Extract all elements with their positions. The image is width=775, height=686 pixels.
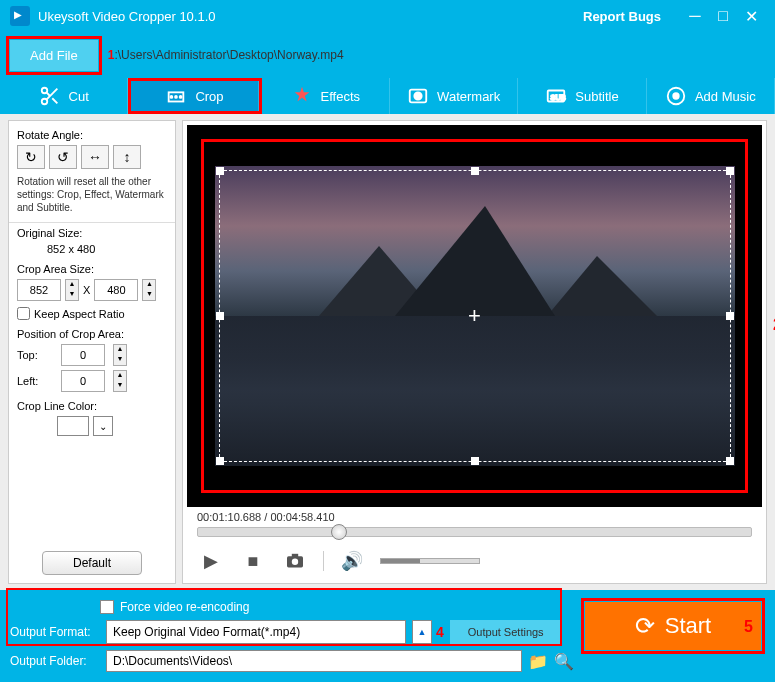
left-label: Left:: [17, 375, 53, 387]
force-reencode-checkbox[interactable]: [100, 600, 114, 614]
output-format-label: Output Format:: [10, 625, 100, 639]
crop-handle-ml[interactable]: [216, 312, 224, 320]
play-button[interactable]: ▶: [197, 547, 225, 575]
tab-bar: Cut Crop Effects Watermark SUB Subtitle …: [0, 78, 775, 114]
titlebar: Ukeysoft Video Cropper 10.1.0 Report Bug…: [0, 0, 775, 32]
crop-left-input[interactable]: [61, 370, 105, 392]
crop-height-spinner[interactable]: ▲▼: [142, 279, 156, 301]
top-label: Top:: [17, 349, 53, 361]
add-file-button[interactable]: Add File: [10, 40, 98, 71]
crop-center-icon: +: [468, 303, 481, 329]
main-area: Rotate Angle: ↻ ↺ ↔ ↕ Rotation will rese…: [0, 114, 775, 590]
flip-vertical-button[interactable]: ↕: [113, 145, 141, 169]
report-bugs-link[interactable]: Report Bugs: [583, 9, 661, 24]
crop-top-input[interactable]: [61, 344, 105, 366]
watermark-icon: [407, 85, 429, 107]
crop-left-spinner[interactable]: ▲▼: [113, 370, 127, 392]
scissors-icon: [39, 85, 61, 107]
crop-handle-bl[interactable]: [216, 457, 224, 465]
browse-folder-icon[interactable]: 📁: [528, 652, 548, 671]
timecode: 00:01:10.688 / 00:04:58.410: [187, 507, 762, 527]
keep-aspect-checkbox[interactable]: [17, 307, 30, 320]
effects-icon: [291, 85, 313, 107]
volume-icon[interactable]: 🔊: [338, 547, 366, 575]
seek-slider[interactable]: [197, 527, 752, 537]
preview-panel: + 2 00:01:10.688 / 00:04:58.410 ▶ ■ 🔊: [182, 120, 767, 584]
output-format-dropdown[interactable]: ▲: [412, 620, 432, 644]
crop-line-color-dropdown[interactable]: ⌄: [93, 416, 113, 436]
crop-handle-bm[interactable]: [471, 457, 479, 465]
crop-handle-mr[interactable]: [726, 312, 734, 320]
svg-text:SUB: SUB: [551, 93, 566, 102]
maximize-button[interactable]: □: [709, 7, 737, 25]
volume-slider[interactable]: [380, 558, 480, 564]
original-size-value: 852 x 480: [17, 243, 167, 255]
svg-point-13: [673, 93, 679, 99]
crop-area-size-label: Crop Area Size:: [17, 263, 167, 275]
tab-crop[interactable]: Crop: [131, 81, 258, 111]
snapshot-button[interactable]: [281, 547, 309, 575]
output-format-input[interactable]: [106, 620, 406, 644]
crop-position-label: Position of Crop Area:: [17, 328, 167, 340]
stop-button[interactable]: ■: [239, 547, 267, 575]
crop-top-spinner[interactable]: ▲▼: [113, 344, 127, 366]
output-settings-button[interactable]: Output Settings: [450, 620, 562, 644]
svg-point-8: [180, 96, 182, 98]
crop-line-color-label: Crop Line Color:: [17, 400, 167, 412]
svg-point-0: [41, 88, 47, 94]
svg-line-4: [46, 92, 50, 96]
music-icon: [665, 85, 687, 107]
svg-line-3: [52, 98, 57, 103]
svg-point-7: [175, 96, 177, 98]
crop-width-spinner[interactable]: ▲▼: [65, 279, 79, 301]
close-button[interactable]: ✕: [737, 7, 765, 26]
tab-effects[interactable]: Effects: [262, 78, 390, 114]
rotate-note: Rotation will reset all the other settin…: [17, 175, 167, 214]
crop-icon: [165, 85, 187, 107]
video-preview[interactable]: + 2: [187, 125, 762, 507]
start-button[interactable]: ⟳ Start: [585, 602, 761, 650]
force-reencode-label: Force video re-encoding: [120, 600, 249, 614]
subtitle-icon: SUB: [545, 85, 567, 107]
tab-cut[interactable]: Cut: [0, 78, 128, 114]
svg-point-1: [41, 99, 47, 105]
tab-subtitle[interactable]: SUB Subtitle: [518, 78, 646, 114]
svg-point-15: [292, 559, 298, 565]
default-button[interactable]: Default: [42, 551, 142, 575]
crop-width-input[interactable]: [17, 279, 61, 301]
seek-thumb[interactable]: [331, 524, 347, 540]
keep-aspect-label: Keep Aspect Ratio: [34, 308, 125, 320]
app-title: Ukeysoft Video Cropper 10.1.0: [38, 9, 583, 24]
crop-rectangle[interactable]: +: [219, 170, 731, 462]
svg-point-6: [171, 96, 173, 98]
annotation-marker-4: 4: [436, 624, 444, 640]
minimize-button[interactable]: ─: [681, 7, 709, 25]
rotate-cw-button[interactable]: ↻: [17, 145, 45, 169]
refresh-icon: ⟳: [635, 612, 655, 640]
file-bar: Add File 1:\Users\Administrator\Desktop\…: [0, 32, 775, 78]
output-folder-input[interactable]: [106, 650, 522, 672]
crop-handle-br[interactable]: [726, 457, 734, 465]
crop-handle-tr[interactable]: [726, 167, 734, 175]
rotate-angle-label: Rotate Angle:: [17, 129, 167, 141]
tab-watermark[interactable]: Watermark: [390, 78, 518, 114]
crop-height-input[interactable]: [94, 279, 138, 301]
crop-handle-tm[interactable]: [471, 167, 479, 175]
tab-add-music[interactable]: Add Music: [647, 78, 775, 114]
output-folder-label: Output Folder:: [10, 654, 100, 668]
file-path: 1:\Users\Administrator\Desktop\Norway.mp…: [108, 48, 344, 62]
flip-horizontal-button[interactable]: ↔: [81, 145, 109, 169]
annotation-marker-5: 5: [744, 618, 753, 636]
crop-handle-tl[interactable]: [216, 167, 224, 175]
crop-settings-panel: Rotate Angle: ↻ ↺ ↔ ↕ Rotation will rese…: [8, 120, 176, 584]
original-size-label: Original Size:: [17, 227, 167, 239]
rotate-ccw-button[interactable]: ↺: [49, 145, 77, 169]
app-logo-icon: [10, 6, 30, 26]
svg-rect-16: [292, 554, 298, 557]
open-folder-icon[interactable]: 🔍: [554, 652, 574, 671]
crop-line-color-swatch: [57, 416, 89, 436]
